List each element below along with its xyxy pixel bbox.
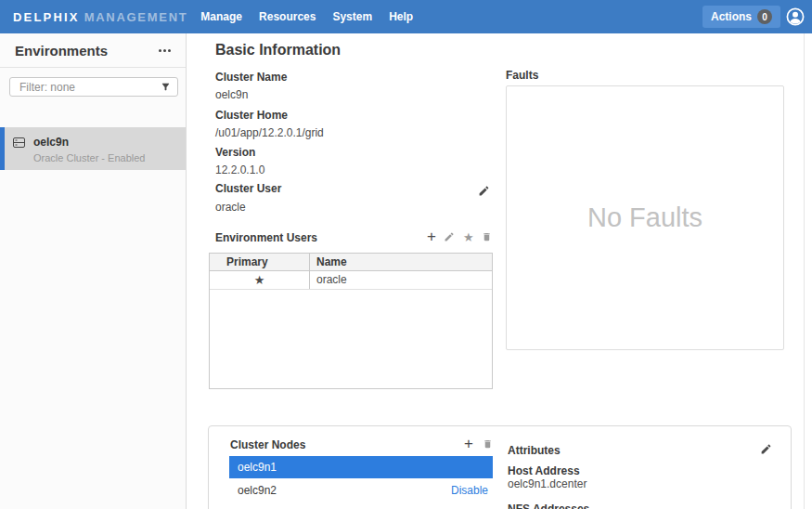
no-faults-text: No Faults bbox=[587, 202, 702, 233]
cluster-user-value: oracle bbox=[215, 201, 246, 214]
main-menu: Manage Resources System Help bbox=[200, 10, 413, 23]
actions-count-badge: 0 bbox=[757, 9, 772, 24]
menu-manage[interactable]: Manage bbox=[200, 10, 242, 23]
filter-input[interactable] bbox=[9, 77, 178, 97]
environment-users-title: Environment Users bbox=[215, 231, 317, 244]
user-name-cell: oracle bbox=[310, 271, 492, 289]
menu-resources[interactable]: Resources bbox=[259, 10, 316, 23]
cluster-user-label: Cluster User bbox=[215, 182, 281, 195]
cluster-icon bbox=[13, 137, 25, 148]
cluster-name-label: Cluster Name bbox=[215, 71, 287, 84]
cluster-name-value: oelc9n bbox=[215, 88, 248, 101]
environment-text: oelc9n Oracle Cluster - Enabled bbox=[33, 136, 145, 163]
host-address-value: oelc9n1.dcenter bbox=[508, 477, 586, 490]
table-header: Primary Name bbox=[210, 254, 492, 271]
edit-attributes-icon[interactable] bbox=[760, 443, 772, 455]
sidebar-header: Environments bbox=[0, 33, 186, 68]
node-row-selected[interactable]: oelc9n1 bbox=[229, 456, 493, 478]
faults-panel: No Faults bbox=[506, 85, 784, 350]
add-user-icon[interactable]: + bbox=[427, 230, 436, 243]
actions-label: Actions bbox=[711, 10, 752, 23]
set-primary-star-icon[interactable]: ★ bbox=[463, 230, 474, 244]
version-value: 12.2.0.1.0 bbox=[215, 163, 264, 176]
nfs-addresses-label: NFS Addresses bbox=[508, 502, 589, 509]
menu-system[interactable]: System bbox=[332, 10, 372, 23]
top-navbar: DELPHIXMANAGEMENT Manage Resources Syste… bbox=[0, 0, 812, 33]
brand-primary: DELPHIX bbox=[13, 10, 80, 24]
column-header-name: Name bbox=[310, 254, 492, 270]
page: DELPHIXMANAGEMENT Manage Resources Syste… bbox=[0, 0, 812, 509]
sidebar-title: Environments bbox=[15, 43, 108, 59]
user-avatar-icon[interactable] bbox=[786, 7, 805, 26]
cluster-home-value: /u01/app/12.2.0.1/grid bbox=[215, 126, 324, 139]
node-row[interactable]: oelc9n2 Disable bbox=[229, 478, 493, 502]
content-right-divider bbox=[804, 33, 805, 509]
delete-node-icon[interactable] bbox=[483, 438, 493, 450]
node-name: oelc9n2 bbox=[238, 478, 277, 502]
cluster-nodes-toolbar: + bbox=[464, 437, 493, 451]
disable-node-link[interactable]: Disable bbox=[451, 478, 493, 502]
actions-button[interactable]: Actions 0 bbox=[702, 6, 780, 28]
host-address-label: Host Address bbox=[508, 464, 580, 477]
edit-user-icon[interactable] bbox=[444, 231, 455, 242]
environment-users-toolbar: + ★ bbox=[427, 229, 492, 244]
environment-description: Oracle Cluster - Enabled bbox=[33, 152, 145, 163]
delete-user-icon[interactable] bbox=[482, 231, 492, 242]
menu-help[interactable]: Help bbox=[389, 10, 413, 23]
environments-sidebar: Environments oelc9n Oracle Cluster - Ena… bbox=[0, 33, 187, 509]
attributes-title: Attributes bbox=[508, 444, 561, 457]
filter-funnel-icon[interactable] bbox=[161, 82, 171, 92]
cluster-home-label: Cluster Home bbox=[215, 109, 288, 122]
filter-container bbox=[9, 77, 178, 97]
environment-users-table: Primary Name ★ oracle bbox=[209, 253, 493, 389]
cluster-nodes-title: Cluster Nodes bbox=[230, 438, 305, 451]
edit-cluster-user-icon[interactable] bbox=[478, 185, 490, 197]
page-title: Basic Information bbox=[215, 42, 341, 59]
brand-logo[interactable]: DELPHIXMANAGEMENT bbox=[13, 10, 187, 24]
environment-name: oelc9n bbox=[33, 136, 145, 149]
add-node-icon[interactable]: + bbox=[464, 437, 473, 450]
selected-indicator bbox=[0, 127, 5, 170]
environment-list-item[interactable]: oelc9n Oracle Cluster - Enabled bbox=[0, 127, 186, 170]
cluster-nodes-card: Cluster Nodes + oelc9n1 oelc9n2 Disable … bbox=[208, 425, 792, 509]
more-options-icon[interactable] bbox=[159, 46, 171, 56]
main-content: Basic Information Cluster Name oelc9n Cl… bbox=[187, 33, 812, 509]
faults-title: Faults bbox=[506, 69, 538, 82]
column-header-primary: Primary bbox=[210, 254, 310, 270]
brand-secondary: MANAGEMENT bbox=[84, 10, 188, 24]
navbar-right: Actions 0 bbox=[702, 6, 812, 28]
table-row[interactable]: ★ oracle bbox=[210, 271, 492, 290]
version-label: Version bbox=[215, 146, 255, 159]
primary-star-icon: ★ bbox=[210, 271, 310, 289]
